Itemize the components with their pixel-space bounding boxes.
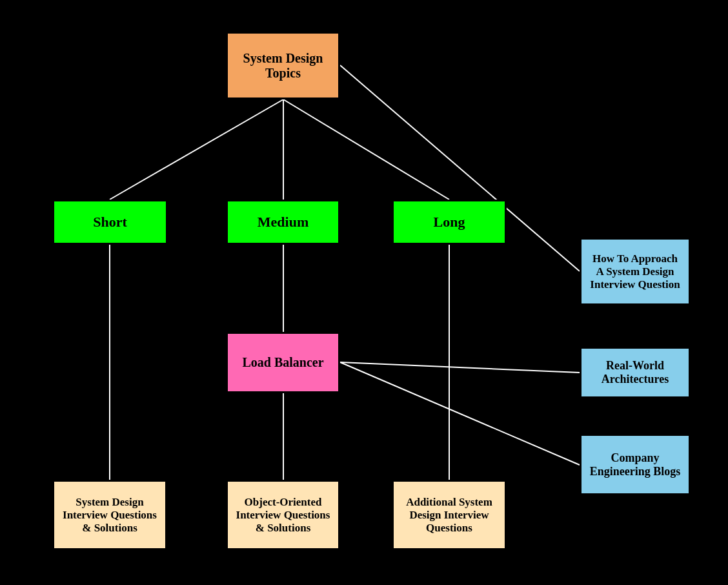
how-to-approach-node[interactable]: How To Approach A System Design Intervie… xyxy=(580,238,691,305)
system-design-topics-node[interactable]: System Design Topics xyxy=(226,32,340,99)
medium-node[interactable]: Medium xyxy=(226,200,340,245)
company-engineering-blogs-node[interactable]: Company Engineering Blogs xyxy=(580,434,691,495)
long-node[interactable]: Long xyxy=(392,200,507,245)
real-world-architectures-node[interactable]: Real-World Architectures xyxy=(580,347,691,398)
svg-line-5 xyxy=(340,362,580,373)
system-design-interview-qs-node[interactable]: System Design Interview Questions & Solu… xyxy=(52,480,167,550)
svg-line-2 xyxy=(283,99,449,200)
svg-line-6 xyxy=(340,362,580,465)
oo-interview-qs-node[interactable]: Object-Oriented Interview Questions & So… xyxy=(226,480,340,550)
additional-system-design-node[interactable]: Additional System Design Interview Quest… xyxy=(392,480,507,550)
load-balancer-node[interactable]: Load Balancer xyxy=(226,332,340,393)
svg-line-0 xyxy=(110,99,283,200)
short-node[interactable]: Short xyxy=(52,200,168,245)
